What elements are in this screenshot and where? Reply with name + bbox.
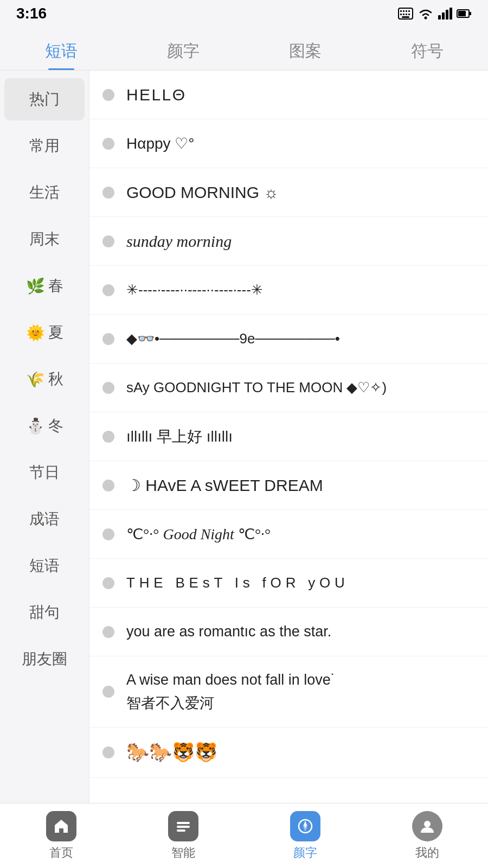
list-item[interactable]: 🐎🐎🐯🐯 xyxy=(89,727,488,778)
signal-icon xyxy=(438,8,452,20)
radio-dot xyxy=(102,626,114,638)
item-text: ☽ HAvE A sWEET DREAM xyxy=(126,474,323,497)
sidebar-item-life[interactable]: 生活 xyxy=(0,169,89,216)
radio-dot xyxy=(102,528,114,540)
svg-rect-13 xyxy=(446,10,448,20)
item-text: ıllıllı 早上好 ıllıllı xyxy=(126,426,233,447)
svg-rect-2 xyxy=(403,10,404,12)
list-item[interactable]: ✳----·----··----··----·---✳ xyxy=(89,266,488,315)
list-item[interactable]: Hαppy ♡° xyxy=(89,119,488,168)
nav-item-home[interactable]: 首页 xyxy=(0,811,122,861)
status-time: 3:16 xyxy=(16,5,47,22)
sidebar-item-idiom[interactable]: 成语 xyxy=(0,496,89,542)
sidebar-item-spring[interactable]: 🌿春 xyxy=(0,263,89,309)
item-text: Hαppy ♡° xyxy=(126,133,195,154)
svg-rect-1 xyxy=(400,10,402,12)
nav-label-home: 首页 xyxy=(49,845,73,861)
svg-rect-8 xyxy=(408,14,410,15)
svg-rect-16 xyxy=(458,11,466,16)
sidebar-item-holiday[interactable]: 节日 xyxy=(0,449,89,496)
radio-dot xyxy=(102,235,114,247)
battery-icon xyxy=(457,9,472,18)
list-item[interactable]: HELLΘ xyxy=(89,71,488,119)
list-item[interactable]: THE BEsT Is fOR yOU xyxy=(89,559,488,608)
item-text: ✳----·----··----··----·---✳ xyxy=(126,280,263,299)
sidebar: 热门 常用 生活 周末 🌿春 🌞夏 🌾秋 ⛄冬 节日 成语 短语 xyxy=(0,71,89,803)
sidebar-item-winter[interactable]: ⛄冬 xyxy=(0,403,89,449)
svg-rect-14 xyxy=(450,8,452,20)
item-text: GOOD MORNING ☼ xyxy=(126,181,279,204)
compass-icon xyxy=(290,811,320,841)
sidebar-item-hot[interactable]: 热门 xyxy=(4,78,85,120)
svg-point-10 xyxy=(425,17,427,20)
keyboard-icon xyxy=(398,8,413,20)
radio-dot xyxy=(102,577,114,589)
list-item[interactable]: GOOD MORNING ☼ xyxy=(89,168,488,217)
radio-dot xyxy=(102,333,114,345)
svg-point-25 xyxy=(424,821,431,827)
svg-rect-4 xyxy=(408,10,410,12)
radio-dot xyxy=(102,480,114,492)
wifi-icon xyxy=(418,8,434,20)
sidebar-item-autumn[interactable]: 🌾秋 xyxy=(0,356,89,403)
radio-dot xyxy=(102,746,114,758)
item-text: 🐎🐎🐯🐯 xyxy=(126,739,217,765)
sidebar-item-summer[interactable]: 🌞夏 xyxy=(0,309,89,356)
radio-dot xyxy=(102,89,114,101)
item-text: THE BEsT Is fOR yOU xyxy=(126,573,349,592)
item-text: sunday morning xyxy=(126,230,232,253)
sidebar-item-sweet[interactable]: 甜句 xyxy=(0,589,89,636)
svg-rect-9 xyxy=(402,16,409,18)
svg-rect-5 xyxy=(400,14,402,15)
home-icon xyxy=(46,811,76,841)
nav-item-fonts[interactable]: 颜字 xyxy=(244,811,366,861)
svg-point-24 xyxy=(304,825,306,827)
svg-rect-6 xyxy=(403,14,404,15)
item-text: you are as romantıc as the star. xyxy=(126,622,331,642)
radio-dot xyxy=(102,187,114,199)
tab-fonts[interactable]: 颜字 xyxy=(122,33,244,70)
radio-dot xyxy=(102,284,114,296)
list-item[interactable]: ıllıllı 早上好 ıllıllı xyxy=(89,412,488,461)
status-bar: 3:16 xyxy=(0,0,488,27)
radio-dot xyxy=(102,431,114,443)
top-tabs: 短语 颜字 图案 符号 xyxy=(0,27,488,71)
list-item[interactable]: A wise man does not fall in love˙智者不入爱河 xyxy=(89,656,488,727)
profile-icon xyxy=(412,811,442,841)
nav-label-fonts: 颜字 xyxy=(293,845,317,861)
radio-dot xyxy=(102,686,114,698)
main-content: 热门 常用 生活 周末 🌿春 🌞夏 🌾秋 ⛄冬 节日 成语 短语 xyxy=(0,71,488,803)
svg-rect-11 xyxy=(438,15,441,20)
svg-rect-19 xyxy=(177,826,190,828)
nav-item-smart[interactable]: 智能 xyxy=(122,811,244,861)
sidebar-item-common[interactable]: 常用 xyxy=(0,123,89,169)
item-text: ℃°·° Good Night ℃°·° xyxy=(126,524,271,545)
list-item[interactable]: ☽ HAvE A sWEET DREAM xyxy=(89,461,488,510)
list-item[interactable]: you are as romantıc as the star. xyxy=(89,608,488,656)
item-text: HELLΘ xyxy=(126,84,186,106)
item-text: A wise man does not fall in love˙智者不入爱河 xyxy=(126,668,336,715)
nav-label-profile: 我的 xyxy=(415,845,439,861)
svg-rect-18 xyxy=(177,822,190,824)
list-item[interactable]: ◆👓•────────9e────────• xyxy=(89,315,488,363)
list-item[interactable]: sAy GOODNIGHT TO THE MOON ◆♡✧) xyxy=(89,363,488,412)
smart-icon xyxy=(168,811,198,841)
content-list: HELLΘ Hαppy ♡° GOOD MORNING ☼ sunday mor… xyxy=(89,71,488,803)
tab-phrases[interactable]: 短语 xyxy=(0,33,122,70)
sidebar-item-phrase[interactable]: 短语 xyxy=(0,542,89,589)
tab-symbols[interactable]: 符号 xyxy=(366,33,488,70)
list-item[interactable]: sunday morning xyxy=(89,217,488,266)
status-icons xyxy=(398,8,472,20)
radio-dot xyxy=(102,382,114,394)
item-text: ◆👓•────────9e────────• xyxy=(126,329,340,348)
sidebar-item-weekend[interactable]: 周末 xyxy=(0,216,89,263)
radio-dot xyxy=(102,138,114,150)
tab-patterns[interactable]: 图案 xyxy=(244,33,366,70)
svg-rect-7 xyxy=(406,14,407,15)
svg-rect-3 xyxy=(406,10,407,12)
nav-label-smart: 智能 xyxy=(171,845,195,861)
sidebar-item-moments[interactable]: 朋友圈 xyxy=(0,636,89,682)
item-text: sAy GOODNIGHT TO THE MOON ◆♡✧) xyxy=(126,378,387,397)
list-item[interactable]: ℃°·° Good Night ℃°·° xyxy=(89,510,488,559)
nav-item-profile[interactable]: 我的 xyxy=(366,811,488,861)
